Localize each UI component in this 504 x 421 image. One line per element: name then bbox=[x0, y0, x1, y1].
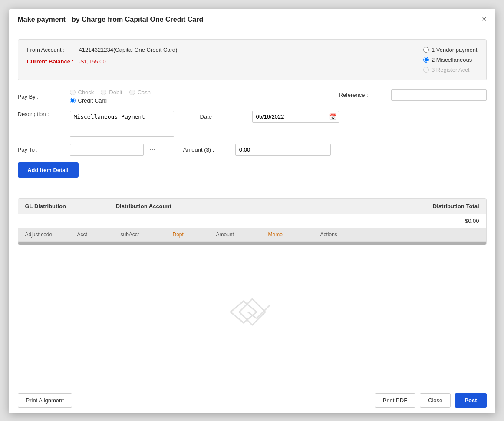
amount-group: Amount ($) : bbox=[183, 144, 331, 156]
pay-by-row1: Check Debit Cash bbox=[70, 89, 151, 96]
distribution-total-value: $0.00 bbox=[465, 218, 479, 224]
credit-card-radio[interactable]: Credit Card bbox=[70, 97, 151, 104]
actions-col: Actions bbox=[320, 232, 479, 238]
watermark-area bbox=[18, 245, 487, 379]
description-label: Description : bbox=[18, 111, 66, 117]
pay-to-input[interactable] bbox=[70, 144, 144, 156]
register-acct-radio[interactable]: 3 Register Acct bbox=[423, 66, 478, 73]
form-section: Pay By : Check Debit bbox=[18, 89, 487, 156]
pay-by-radios: Check Debit Cash bbox=[70, 89, 151, 104]
date-input[interactable] bbox=[252, 111, 339, 123]
print-pdf-button[interactable]: Print PDF bbox=[375, 393, 415, 408]
miscellaneous-label: 2 Miscellaneous bbox=[432, 56, 472, 63]
amount-label: Amount ($) : bbox=[183, 146, 231, 153]
amount-input[interactable] bbox=[235, 144, 331, 156]
pay-to-label: Pay To : bbox=[18, 146, 66, 153]
description-date-row: Description : Miscellaneous Payment Date… bbox=[18, 111, 487, 137]
vendor-payment-label: 1 Vendor payment bbox=[432, 46, 478, 53]
reference-group: Reference : bbox=[339, 89, 487, 101]
table-subheader: Adjust code Acct subAcct Dept Amount Mem… bbox=[18, 228, 486, 241]
distribution-total-header: Distribution Total bbox=[388, 203, 479, 209]
payto-amount-row: Pay To : ··· Amount ($) : bbox=[18, 144, 487, 156]
scrollbar-thumb bbox=[18, 242, 486, 245]
check-label: Check bbox=[78, 89, 94, 96]
memo-col: Memo bbox=[268, 232, 320, 238]
table-scrollbar[interactable] bbox=[18, 241, 486, 245]
top-left: From Account : 41214321234(Capital One C… bbox=[27, 46, 178, 73]
add-item-section: Add Item Detail bbox=[18, 162, 487, 178]
footer-left: Print Alignment bbox=[18, 393, 72, 408]
subacct-col: subAcct bbox=[121, 232, 173, 238]
from-account-value: 41214321234(Capital One Credit Card) bbox=[79, 46, 178, 53]
debit-radio[interactable]: Debit bbox=[101, 89, 122, 96]
close-icon[interactable]: × bbox=[482, 15, 487, 24]
pay-by-label: Pay By : bbox=[18, 93, 66, 100]
date-group: Date : 📅 bbox=[200, 111, 339, 123]
distribution-total-row: $0.00 bbox=[18, 214, 486, 228]
dialog-header: Make payment - by Charge from Capital On… bbox=[9, 9, 495, 30]
print-alignment-button[interactable]: Print Alignment bbox=[18, 393, 72, 408]
pay-by-group: Pay By : Check Debit bbox=[18, 89, 151, 104]
current-balance-row: Current Balance : -$1,155.00 bbox=[27, 58, 178, 65]
make-payment-dialog: Make payment - by Charge from Capital On… bbox=[9, 9, 495, 413]
payment-type-group: 1 Vendor payment 2 Miscellaneous 3 Regis… bbox=[423, 46, 478, 73]
calendar-icon: 📅 bbox=[329, 113, 336, 120]
reference-label: Reference : bbox=[339, 92, 387, 98]
watermark-icon bbox=[226, 295, 278, 329]
svg-line-3 bbox=[257, 305, 270, 318]
dialog-title: Make payment - by Charge from Capital On… bbox=[18, 16, 204, 23]
cash-radio[interactable]: Cash bbox=[129, 89, 151, 96]
svg-marker-0 bbox=[239, 299, 265, 325]
from-account-label: From Account : bbox=[27, 46, 75, 53]
top-section: From Account : 41214321234(Capital One C… bbox=[18, 39, 487, 80]
gl-distribution-table: GL Distribution Distribution Account Dis… bbox=[18, 198, 487, 245]
amount-col: Amount bbox=[216, 232, 268, 238]
pay-to-dots-button[interactable]: ··· bbox=[148, 146, 157, 154]
date-label: Date : bbox=[200, 113, 248, 120]
distribution-account-header: Distribution Account bbox=[116, 203, 389, 209]
from-account-row: From Account : 41214321234(Capital One C… bbox=[27, 46, 178, 53]
payto-group: Pay To : ··· bbox=[18, 144, 157, 156]
table-header: GL Distribution Distribution Account Dis… bbox=[18, 199, 486, 214]
vendor-payment-radio[interactable]: 1 Vendor payment bbox=[423, 46, 478, 53]
credit-card-label: Credit Card bbox=[78, 97, 107, 104]
description-input[interactable]: Miscellaneous Payment bbox=[70, 111, 174, 137]
footer-right: Print PDF Close Post bbox=[375, 393, 487, 408]
post-button[interactable]: Post bbox=[455, 393, 486, 408]
dept-col: Dept bbox=[173, 232, 216, 238]
check-radio[interactable]: Check bbox=[70, 89, 94, 96]
debit-label: Debit bbox=[109, 89, 122, 96]
close-button[interactable]: Close bbox=[420, 393, 451, 408]
svg-marker-1 bbox=[231, 301, 257, 323]
register-acct-label: 3 Register Acct bbox=[432, 66, 469, 73]
dialog-footer: Print Alignment Print PDF Close Post bbox=[9, 388, 495, 413]
add-item-detail-button[interactable]: Add Item Detail bbox=[18, 162, 79, 178]
acct-col: Acct bbox=[77, 232, 121, 238]
current-balance-value: -$1,155.00 bbox=[79, 58, 106, 65]
cash-label: Cash bbox=[138, 89, 151, 96]
reference-input[interactable] bbox=[391, 89, 487, 101]
gl-distribution-header: GL Distribution bbox=[25, 203, 116, 209]
date-wrapper: 📅 bbox=[252, 111, 339, 123]
adjust-code-col: Adjust code bbox=[25, 232, 77, 238]
miscellaneous-radio[interactable]: 2 Miscellaneous bbox=[423, 56, 478, 63]
dialog-body: From Account : 41214321234(Capital One C… bbox=[9, 30, 495, 388]
current-balance-label: Current Balance : bbox=[27, 58, 75, 65]
description-group: Description : Miscellaneous Payment bbox=[18, 111, 174, 137]
pay-by-row: Pay By : Check Debit bbox=[18, 89, 487, 104]
